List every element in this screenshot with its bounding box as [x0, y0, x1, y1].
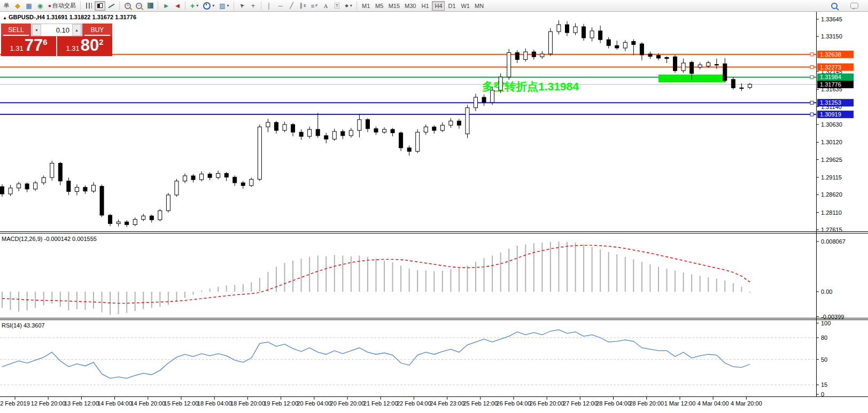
bear-candle-body	[532, 52, 536, 57]
macd-tick-label: -0.00399	[821, 314, 844, 320]
bear-candle-body	[457, 121, 461, 125]
bull-candle-body	[258, 127, 261, 180]
crosshair-icon: +	[251, 2, 255, 10]
bear-candle-body	[191, 176, 195, 180]
navigator-button[interactable]: ▦	[24, 1, 34, 11]
text-label-icon: T	[335, 3, 339, 9]
bull-candle-body	[623, 42, 627, 48]
highlight-rectangle-object[interactable]	[658, 75, 726, 83]
indicators-button[interactable]: +▾	[188, 1, 200, 11]
timeframe-w1-button[interactable]: W1	[459, 1, 472, 11]
toolbar-separator	[234, 2, 235, 10]
horizontal-line-tool-button[interactable]: ─	[275, 1, 286, 11]
bear-candle-body	[150, 216, 153, 220]
templates-button[interactable]: ▨▾	[217, 1, 231, 11]
sell-price[interactable]: 1.31 77 6	[1, 36, 57, 56]
timeframe-mn-button[interactable]: MN	[472, 1, 486, 11]
bar-chart-mode-button[interactable]	[83, 1, 94, 11]
terminal-icon: ◉	[37, 2, 43, 10]
cursor-tool-button[interactable]: ➤	[237, 1, 247, 11]
channel-tool-button[interactable]: ∥E	[298, 1, 308, 11]
time-axis-label: 1 Mar 12:00	[664, 400, 696, 407]
chevron-down-icon: ▾	[212, 3, 214, 8]
toolbar-separator	[80, 2, 81, 10]
pane-separator[interactable]	[0, 233, 868, 233]
text-tool-button[interactable]: A	[321, 1, 331, 11]
new-order-button[interactable]: 单	[1, 1, 12, 11]
bull-candle-body	[283, 124, 286, 130]
toolbar-separator	[261, 2, 262, 10]
bear-candle-body	[665, 58, 669, 59]
timeframe-m5-button[interactable]: M5	[373, 1, 386, 11]
periods-button[interactable]: ▾	[201, 1, 216, 11]
zoom-out-button[interactable]: −	[134, 1, 144, 11]
arrows-tool-button[interactable]: ◆▾	[343, 1, 354, 11]
autotrading-icon: ●	[48, 3, 51, 9]
bull-candle-body	[75, 188, 79, 192]
bull-candle-body	[524, 52, 528, 59]
text-label-tool-button[interactable]: T	[332, 1, 343, 11]
time-axis-label: 14 Feb 20:00	[130, 400, 165, 407]
bull-candle-body	[349, 130, 353, 136]
bull-candle-body	[474, 97, 478, 108]
timeframe-m30-button[interactable]: M30	[402, 1, 418, 11]
terminal-button[interactable]: ◉	[35, 1, 45, 11]
tile-windows-button[interactable]	[145, 1, 156, 11]
fibonacci-tool-button[interactable]: ≡F	[309, 1, 320, 11]
chart-canvas[interactable]: 多空转折点1.319841.336451.331501.321451.31635…	[0, 12, 868, 413]
bear-candle-body	[1, 186, 4, 194]
buy-price-prefix: 1.31	[66, 44, 79, 52]
candlestick-icon	[97, 3, 103, 9]
zoom-in-button[interactable]: +	[122, 1, 133, 11]
time-axis-label: 19 Feb 12:00	[264, 400, 298, 407]
timeframe-d1-button[interactable]: D1	[445, 1, 458, 11]
annotation-text-object[interactable]: 多空转折点1.31984	[482, 80, 579, 93]
market-watch-button[interactable]: ◆	[12, 1, 23, 11]
bull-candle-body	[416, 132, 420, 151]
bull-candle-body	[707, 63, 710, 66]
crosshair-tool-button[interactable]: +	[248, 1, 259, 11]
line-endpoint-handle[interactable]	[810, 75, 813, 79]
trendline-tool-button[interactable]: ╱	[286, 1, 297, 11]
chat-button[interactable]	[848, 1, 861, 11]
candlestick-mode-button[interactable]	[95, 1, 105, 11]
price-tick-label: 1.29625	[821, 157, 842, 163]
line-chart-icon	[108, 3, 115, 8]
toolbar-separator	[119, 2, 120, 10]
auto-scroll-icon: ▶	[164, 3, 168, 9]
line-chart-mode-button[interactable]	[106, 1, 117, 11]
chart-shift-button[interactable]: ◀	[172, 1, 183, 11]
search-button[interactable]	[829, 1, 840, 11]
clock-icon	[203, 2, 211, 10]
chevron-down-icon: ▾	[350, 3, 352, 8]
sell-button[interactable]: SELL	[1, 24, 31, 36]
timeframe-h1-button[interactable]: H1	[418, 1, 431, 11]
line-endpoint-handle[interactable]	[810, 53, 813, 56]
bull-candle-body	[507, 52, 511, 77]
time-axis-label: 18 Feb 20:00	[230, 400, 265, 407]
bear-candle-body	[391, 129, 394, 133]
line-endpoint-handle[interactable]	[810, 101, 813, 104]
price-tick-label: 1.33645	[821, 16, 842, 22]
volume-up-button[interactable]: ▲	[72, 24, 81, 36]
pane-separator[interactable]	[0, 231, 868, 232]
timeframe-h4-button[interactable]: H4	[432, 1, 445, 11]
auto-scroll-button[interactable]: ▶	[161, 1, 172, 11]
buy-button[interactable]: BUY	[82, 24, 112, 36]
timeframe-m1-button[interactable]: M1	[360, 1, 373, 11]
timeframe-label: H1	[421, 3, 429, 9]
timeframe-m15-button[interactable]: M15	[386, 1, 402, 11]
vertical-line-tool-button[interactable]: │	[264, 1, 275, 11]
volume-down-button[interactable]: ▼	[32, 24, 41, 36]
buy-price[interactable]: 1.31 80 2	[57, 36, 112, 56]
pane-separator[interactable]	[0, 320, 868, 320]
bear-candle-body	[407, 148, 411, 152]
line-endpoint-handle[interactable]	[810, 66, 813, 69]
volume-input[interactable]	[41, 24, 72, 36]
bull-candle-body	[34, 183, 37, 189]
line-endpoint-handle[interactable]	[810, 113, 813, 116]
toolbar-separator	[185, 2, 186, 10]
pane-separator[interactable]	[0, 318, 868, 318]
collapse-arrow-icon[interactable]: ▲	[3, 15, 7, 20]
autotrading-button[interactable]: ● 自动交易	[46, 1, 78, 11]
